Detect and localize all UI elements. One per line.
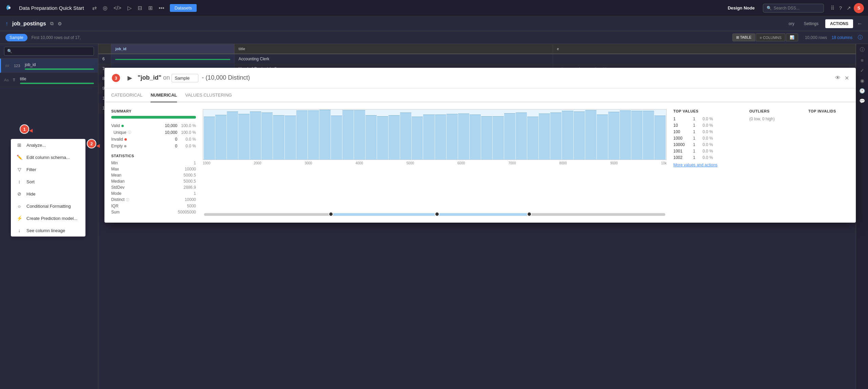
valid-value: 10,000 <box>157 123 177 128</box>
val-label-4: 1000 <box>673 136 690 141</box>
ctx-conditional-formatting[interactable]: ☼ Conditional Formatting <box>11 200 85 212</box>
val-label-3: 100 <box>673 129 690 134</box>
sidebar-list-icon[interactable]: ≡ <box>861 58 863 63</box>
unique-value: 10,000 <box>157 130 177 135</box>
rows-cols-info: 10,000 rows 18 columns <box>805 35 852 40</box>
circle-icon[interactable]: ◎ <box>103 5 107 11</box>
collapse-icon[interactable]: ← <box>857 21 863 27</box>
user-avatar[interactable]: S <box>854 3 864 13</box>
mean-label: Mean <box>111 173 183 178</box>
col-header-job-id[interactable]: job_id <box>111 44 234 54</box>
stddev-value: 2886.9 <box>183 185 196 190</box>
tab-ory[interactable]: ory <box>786 20 797 27</box>
range-slider[interactable] <box>203 213 667 216</box>
sidebar-circle-icon[interactable]: ◉ <box>860 78 864 83</box>
ctx-filter[interactable]: ▽ Filter <box>11 163 85 176</box>
list-item[interactable]: Aa T title <box>0 73 98 87</box>
analysis-modal[interactable]: 3 ▶ "job_id" on Sample - (10,000 Distinc… <box>104 68 856 223</box>
eye-icon[interactable]: 👁 <box>835 75 841 81</box>
code-icon[interactable]: </> <box>114 5 121 11</box>
summary-row-unique: Unique ⓘ 10,000 100.0 % <box>111 130 196 135</box>
play-icon[interactable]: ▷ <box>127 5 132 11</box>
ctx-analyze-label: Analyze... <box>26 143 46 148</box>
svg-point-0 <box>8 7 11 9</box>
valid-label: Valid <box>111 123 157 128</box>
ctx-hide[interactable]: ⊘ Hide <box>11 188 85 200</box>
settings-icon[interactable]: ⚙ <box>58 21 62 26</box>
ctx-prediction-model[interactable]: ⚡ Create Prediction model... <box>11 212 85 224</box>
hide-icon: ⊘ <box>16 191 22 197</box>
summary-row-empty: Empty 0 0.0 % <box>111 144 196 148</box>
more-values-link[interactable]: More values and actions <box>673 163 741 167</box>
iqr-label: IQR <box>111 204 187 208</box>
tab-values-clustering[interactable]: VALUES CLUSTERING <box>185 88 232 102</box>
sample-button[interactable]: Sample <box>5 34 27 41</box>
grid9-icon[interactable]: ⠿ <box>831 5 834 11</box>
search-box[interactable]: 🔍 Search DSS... <box>763 4 824 13</box>
actions-button[interactable]: ACTIONS <box>825 19 853 28</box>
valid-dot <box>121 125 124 127</box>
chart-view-button[interactable]: 📊 <box>786 34 798 41</box>
sidebar-chat-icon[interactable]: 💬 <box>859 98 865 104</box>
empty-value: 0 <box>157 144 177 148</box>
ctx-column-lineage[interactable]: ↓ See column lineage <box>11 224 85 237</box>
axis-label-7000: 7000 <box>508 161 516 165</box>
list-item[interactable]: ## 123 job_id <box>0 59 98 73</box>
unique-pct: 100.0 % <box>177 130 196 135</box>
mode-label: Mode <box>111 191 194 196</box>
question-icon[interactable]: ? <box>839 5 842 11</box>
sidebar-check-icon[interactable]: ✓ <box>860 68 864 73</box>
context-menu: ⊞ Analyze... ✏️ Edit column schema... ▽ … <box>11 139 85 237</box>
tab-settings[interactable]: Settings <box>801 20 821 27</box>
val-pct-3: 0.0 % <box>703 129 713 134</box>
share-icon[interactable]: ⇄ <box>92 5 97 11</box>
ctx-sort[interactable]: ↕ Sort <box>11 176 85 188</box>
grid-icon[interactable]: ⊞ <box>148 5 153 11</box>
close-icon[interactable]: ✕ <box>845 75 849 81</box>
histogram-bars <box>203 109 667 160</box>
sidebar-clock-icon[interactable]: 🕐 <box>859 88 865 94</box>
empty-dot <box>124 145 126 147</box>
copy-icon[interactable]: ⧉ <box>50 21 54 26</box>
top-value-row: 1 1 0.0 % <box>673 117 741 121</box>
modal-header: 3 ▶ "job_id" on Sample - (10,000 Distinc… <box>104 68 856 88</box>
statistics-table: Min 1 Max 10000 Mean 5000.5 <box>111 161 196 214</box>
col-header-extra[interactable]: e <box>553 44 855 54</box>
datasets-button[interactable]: Datasets <box>170 4 197 12</box>
prediction-icon: ⚡ <box>16 216 22 221</box>
empty-label: Empty <box>111 144 157 148</box>
range-handle-right[interactable] <box>527 212 532 217</box>
median-label: Median <box>111 179 183 184</box>
tab-numerical[interactable]: NUMERICAL <box>151 88 177 102</box>
max-value: 10000 <box>185 167 196 171</box>
ctx-edit-schema[interactable]: ✏️ Edit column schema... <box>11 151 85 163</box>
arrow-up-right-icon[interactable]: ↗ <box>847 5 851 11</box>
analyze-icon: ⊞ <box>16 142 22 148</box>
val-count-7: 1 <box>693 155 700 160</box>
columns-view-button[interactable]: ≡ COLUMNS <box>756 34 785 41</box>
storage-icon[interactable]: ⊟ <box>138 5 142 11</box>
col-header-title[interactable]: title <box>234 44 553 54</box>
more-icon[interactable]: ••• <box>159 5 164 11</box>
ctx-analyze[interactable]: ⊞ Analyze... <box>11 139 85 151</box>
sidebar-info-icon[interactable]: ⓘ <box>860 47 865 53</box>
val-count-6: 1 <box>693 149 700 153</box>
column-search-input[interactable] <box>4 47 94 56</box>
second-bar: ↑ job_postings ⧉ ⚙ ory Settings ACTIONS … <box>0 16 868 31</box>
sort-icon: ↕ <box>16 179 22 184</box>
axis-label-5000: 5000 <box>407 161 414 165</box>
tab-categorical[interactable]: CATEGORICAL <box>111 88 142 102</box>
ctx-prediction-label: Create Prediction model... <box>26 216 77 221</box>
column-search[interactable] <box>0 44 98 59</box>
axis-label-2000: 2000 <box>254 161 261 165</box>
col-fill-bar <box>25 68 94 70</box>
range-handle-center[interactable] <box>435 212 439 217</box>
col-name: job_id <box>25 62 36 67</box>
axis-label-3000: 3000 <box>304 161 312 165</box>
sample-select[interactable]: Sample <box>172 74 198 82</box>
invalid-pct: 0.0 % <box>177 137 196 142</box>
view-buttons: ⊞ TABLE ≡ COLUMNS 📊 <box>732 34 798 41</box>
third-bar: Sample First 10,000 rows out of 17, ⊞ TA… <box>0 31 868 44</box>
stat-median: Median 5000.5 <box>111 179 196 184</box>
table-view-button[interactable]: ⊞ TABLE <box>732 34 755 41</box>
